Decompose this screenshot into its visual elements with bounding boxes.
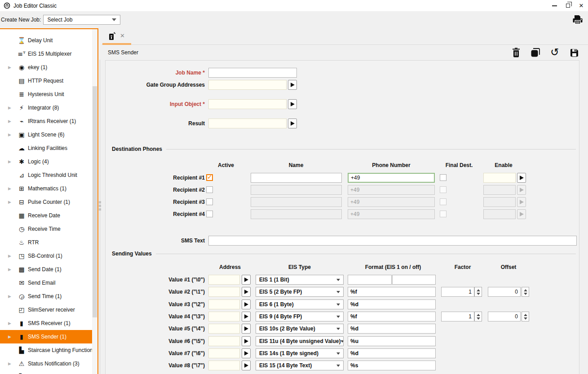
recipient-enable-picker-button[interactable]: [517, 209, 526, 219]
recipient-name-input[interactable]: [251, 209, 342, 219]
active-checkbox[interactable]: [206, 198, 213, 205]
sidebar-item-status-notification-3[interactable]: ▶⚠Status Notification (3): [0, 357, 92, 370]
value-address-input[interactable]: [208, 275, 240, 285]
factor-input[interactable]: [441, 312, 474, 321]
format-input[interactable]: [348, 361, 436, 370]
sms-text-input[interactable]: [208, 236, 577, 246]
eis-type-select[interactable]: EIS 11u (4 Byte unsigned Value): [256, 336, 344, 346]
sidebar-item-linking-facilities[interactable]: ☁Linking Facilities: [0, 141, 92, 155]
sidebar-item-light-scene-6[interactable]: ▶▣Light Scene (6): [0, 128, 92, 141]
recipient-enable-picker-button[interactable]: [517, 197, 526, 207]
eis-type-select[interactable]: EIS 6 (1 Byte): [256, 299, 344, 309]
sidebar-item-http-request[interactable]: ▤HTTP Request: [0, 74, 92, 88]
sidebar-item-sms-receiver-1[interactable]: ▶▮SMS Receiver (1): [0, 317, 92, 330]
active-checkbox[interactable]: [206, 211, 213, 217]
sidebar-item-send-time-1[interactable]: ▶◶Send Time (1): [0, 290, 92, 303]
value-address-picker-button[interactable]: [242, 312, 251, 321]
eis-type-select[interactable]: EIS 14s (1 Byte signed): [256, 348, 344, 358]
value-address-picker-button[interactable]: [242, 361, 251, 370]
final-dest-checkbox[interactable]: [440, 211, 447, 217]
recipient-enable-input[interactable]: [483, 209, 516, 219]
eis-type-select[interactable]: EIS 1 (1 Bit): [256, 275, 344, 285]
result-picker-button[interactable]: [288, 119, 297, 128]
input-object-input[interactable]: [208, 99, 287, 109]
recipient-name-input[interactable]: [251, 173, 342, 183]
offset-spinner[interactable]: [522, 287, 529, 297]
sidebar-item-mathematics-1[interactable]: ▶⊞Mathematics (1): [0, 182, 92, 195]
result-input[interactable]: [208, 119, 287, 128]
sidebar-item-sms-sender-1[interactable]: ▶▮SMS Sender (1): [0, 330, 92, 343]
active-checkbox[interactable]: [206, 174, 213, 181]
job-name-input[interactable]: [208, 68, 297, 78]
value-address-picker-button[interactable]: [242, 324, 251, 334]
input-object-picker-button[interactable]: [288, 99, 297, 109]
sidebar-item-integrator-8[interactable]: ▶⚡Integrator (8): [0, 101, 92, 114]
close-button[interactable]: ✕: [575, 0, 588, 11]
eis-type-select[interactable]: EIS 15 (14 Byte Text): [256, 361, 344, 370]
format-input[interactable]: [348, 348, 436, 358]
restore-button[interactable]: [561, 0, 575, 11]
eis-type-select[interactable]: EIS 5 (2 Byte FP): [256, 287, 344, 297]
final-dest-checkbox[interactable]: [440, 198, 447, 205]
active-checkbox[interactable]: [206, 186, 213, 193]
expander-icon[interactable]: ▶: [8, 200, 13, 204]
recipient-enable-input[interactable]: [483, 173, 516, 183]
recipient-name-input[interactable]: [251, 185, 342, 195]
expander-icon[interactable]: ▶: [8, 65, 13, 70]
final-dest-checkbox[interactable]: [440, 174, 447, 181]
tab-sms-sender[interactable]: ✕: [102, 28, 131, 45]
offset-input[interactable]: [488, 287, 521, 297]
value-address-input[interactable]: [208, 348, 240, 358]
sidebar-item-ekey-1[interactable]: ▶◉ekey (1): [0, 61, 92, 74]
delete-job-button[interactable]: [511, 47, 522, 58]
sidebar-item-partial[interactable]: ▚: [0, 370, 92, 374]
undo-button[interactable]: ↺: [549, 47, 560, 58]
value-address-input[interactable]: [208, 336, 240, 346]
expander-icon[interactable]: ▶: [8, 334, 13, 339]
value-address-picker-button[interactable]: [242, 336, 251, 346]
sidebar-item-logic-4[interactable]: ▶✱Logic (4): [0, 155, 92, 168]
recipient-phone-input[interactable]: [348, 197, 435, 207]
value-address-picker-button[interactable]: [242, 348, 251, 358]
sidebar-item-rtr[interactable]: ♨RTR: [0, 236, 92, 249]
factor-spinner[interactable]: [474, 287, 482, 297]
copy-job-button[interactable]: [530, 47, 541, 58]
recipient-phone-input[interactable]: [348, 173, 435, 183]
value-address-picker-button[interactable]: [242, 287, 251, 297]
sidebar-item-pulse-counter-1[interactable]: ▶⊟Pulse Counter (1): [0, 195, 92, 209]
tab-close-icon[interactable]: ✕: [120, 33, 125, 39]
sidebar-item-send-date-1[interactable]: ▶▩Send Date (1): [0, 263, 92, 276]
recipient-phone-input[interactable]: [348, 185, 435, 195]
recipient-enable-input[interactable]: [483, 197, 516, 207]
recipient-enable-picker-button[interactable]: [517, 185, 526, 195]
sidebar-item-staircase-lighting-function[interactable]: ▙Staircase Lighting Function: [0, 343, 92, 357]
format-input[interactable]: [348, 312, 436, 321]
expander-icon[interactable]: ▶: [8, 159, 13, 164]
sidebar-item-send-email[interactable]: ✉Send Email: [0, 276, 92, 290]
factor-spinner[interactable]: [474, 312, 482, 321]
recipient-enable-input[interactable]: [483, 185, 516, 195]
sidebar-item-slimserver-receiver[interactable]: ◰SlimServer receiver: [0, 303, 92, 317]
offset-input[interactable]: [488, 312, 521, 321]
expander-icon[interactable]: ▶: [8, 106, 13, 110]
offset-spinner[interactable]: [522, 312, 529, 321]
format-input[interactable]: [348, 287, 436, 297]
recipient-enable-picker-button[interactable]: [517, 173, 526, 183]
format-input[interactable]: [348, 299, 436, 309]
expander-icon[interactable]: ▶: [8, 119, 13, 123]
expander-icon[interactable]: ▶: [8, 132, 13, 137]
gate-group-addresses-input[interactable]: [208, 80, 287, 90]
final-dest-checkbox[interactable]: [440, 186, 447, 193]
value-address-input[interactable]: [208, 312, 240, 321]
sidebar-item-delay-unit[interactable]: ⌛Delay Unit: [0, 34, 92, 47]
scrollbar-thumb[interactable]: [93, 86, 97, 317]
sidebar-item-sb-control-1[interactable]: ▶◳SB-Control (1): [0, 249, 92, 263]
job-type-select[interactable]: Select Job: [43, 15, 120, 25]
format-input[interactable]: [348, 324, 436, 334]
expander-icon[interactable]: ▶: [8, 267, 13, 272]
format-on-input[interactable]: [348, 275, 392, 285]
expander-icon[interactable]: ▶: [8, 294, 13, 299]
sidebar-scrollbar[interactable]: [92, 29, 97, 374]
expander-icon[interactable]: ▶: [8, 186, 13, 191]
value-address-input[interactable]: [208, 299, 240, 309]
